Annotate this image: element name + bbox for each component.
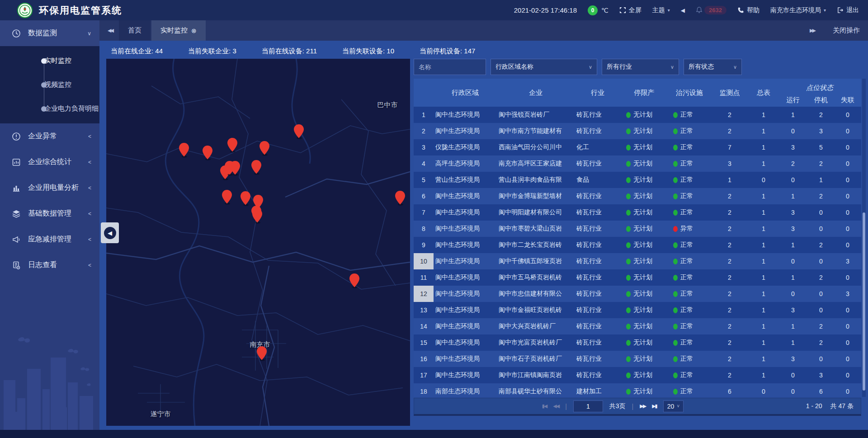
table-row[interactable]: 6阆中生态环境局阆中市金博瑞新型墙材砖瓦行业无计划正常21120 xyxy=(414,188,861,204)
map-pin-icon[interactable] xyxy=(240,191,251,206)
cell-region: 阆中生态环境局 xyxy=(434,127,497,135)
map-pin-icon[interactable] xyxy=(251,208,263,224)
speaker-icon[interactable]: ◀ xyxy=(681,7,685,14)
sidebar-item-logs[interactable]: 日志查看< xyxy=(0,252,99,278)
next-page-icon[interactable]: ▶▶ xyxy=(640,403,646,409)
region-filter-select[interactable]: 行政区域名称∨ xyxy=(491,59,597,75)
tab-首页[interactable]: 首页 xyxy=(119,20,151,41)
table-row[interactable]: 10阆中生态环境局阆中千佛镇五郎垭页岩砖瓦行业无计划正常21003 xyxy=(414,253,861,269)
row-index: 14 xyxy=(414,318,434,334)
row-index: 8 xyxy=(414,221,434,237)
table-row[interactable]: 8阆中生态环境局阆中市枣碧大梁山页岩砖瓦行业无计划异常21300 xyxy=(414,221,861,237)
tabs-scroll-right-icon[interactable]: ▶▶ xyxy=(810,28,815,33)
sidebar-subitem[interactable]: 视频监控 xyxy=(0,73,99,97)
last-page-icon[interactable]: ▶▮ xyxy=(652,403,657,409)
cell-monitor-points: 2 xyxy=(711,339,748,346)
map-pin-icon[interactable] xyxy=(226,137,238,153)
status-dot-icon xyxy=(673,307,678,313)
sidebar-item-base-data[interactable]: 基础数据管理< xyxy=(0,201,99,226)
table-row[interactable]: 1阆中生态环境局阆中强锐页岩砖厂砖瓦行业无计划正常21120 xyxy=(414,107,861,123)
map-pin-icon[interactable] xyxy=(256,346,268,361)
tab-实时监控[interactable]: 实时监控⊗ xyxy=(151,20,206,41)
sidebar-subitem[interactable]: 企业电力负荷明细 xyxy=(0,97,99,121)
cell-monitor-points: 2 xyxy=(711,258,748,265)
chevron-down-icon: ▾ xyxy=(668,8,670,13)
map-pin-icon[interactable] xyxy=(394,190,406,206)
cell-total-meter: 1 xyxy=(748,274,779,281)
sidebar-subitem[interactable]: 实时监控 xyxy=(0,49,99,73)
notifications[interactable]: 2632 xyxy=(696,6,726,14)
sidebar-item-data-monitor[interactable]: 数据监测∨ xyxy=(0,20,99,46)
prev-page-icon[interactable]: ◀◀ xyxy=(553,403,559,409)
first-page-icon[interactable]: ▮◀ xyxy=(542,403,547,409)
range-label: 1 - 20 xyxy=(806,402,822,410)
cell-monitor-points: 2 xyxy=(711,372,748,379)
logout-button[interactable]: 退出 xyxy=(837,6,859,14)
map-pin-icon[interactable] xyxy=(259,141,270,156)
map-pin-icon[interactable] xyxy=(229,160,241,176)
map-pin-icon[interactable] xyxy=(293,124,305,139)
page-size-select[interactable]: 20˅ xyxy=(663,400,684,412)
map-pin-icon[interactable] xyxy=(349,273,360,288)
tabs-scroll-left-icon[interactable]: ◀◀ xyxy=(108,28,113,33)
cell-total-meter: 1 xyxy=(748,160,779,167)
table-row[interactable]: 3仪陇生态环境局西南油气田分公司川中化工无计划正常71350 xyxy=(414,139,861,155)
cell-plan-status: 无计划 xyxy=(621,176,668,184)
sidebar-item-enterprise-stats[interactable]: 企业综合统计< xyxy=(0,149,99,175)
table-row[interactable]: 13阆中生态环境局阆中市金福旺页岩机砖砖瓦行业无计划正常21300 xyxy=(414,302,861,318)
map-pin-icon[interactable] xyxy=(178,142,190,158)
status-filter-select[interactable]: 所有状态∨ xyxy=(684,59,742,75)
cell-plan-status: 无计划 xyxy=(621,273,668,282)
table-row[interactable]: 14阆中生态环境局阆中大兴页岩机砖厂砖瓦行业无计划正常21120 xyxy=(414,318,861,334)
table-row[interactable]: 16阆中生态环境局阆中市石子页岩机砖厂砖瓦行业无计划正常21300 xyxy=(414,351,861,367)
table-row[interactable]: 15阆中生态环境局阆中市光富页岩机砖厂砖瓦行业无计划正常21120 xyxy=(414,334,861,351)
cell-plan-status: 无计划 xyxy=(621,208,668,217)
industry-filter-select[interactable]: 所有行业∨ xyxy=(602,59,679,75)
cell-monitor-points: 2 xyxy=(711,193,748,200)
table-scrollbar[interactable] xyxy=(862,79,866,397)
scrollbar-thumb[interactable] xyxy=(863,212,865,391)
org-user-dropdown[interactable]: 南充市生态环境局▾ xyxy=(770,6,826,14)
cell-plan-status: 无计划 xyxy=(621,306,668,314)
cell-offline: 0 xyxy=(835,241,860,249)
cell-plan-status: 无计划 xyxy=(621,257,668,265)
cell-facility-status: 正常 xyxy=(668,127,711,135)
cell-monitor-points: 2 xyxy=(711,306,748,314)
sidebar-item-enterprise-abnormal[interactable]: 企业异常< xyxy=(0,123,99,149)
table-row[interactable]: 18南部生态环境局南部县砚华土砂有限公建材加工无计划正常60060 xyxy=(414,383,861,397)
name-filter-field[interactable] xyxy=(414,59,486,75)
table-row[interactable]: 2阆中生态环境局阆中市南方节能建材有砖瓦行业无计划正常21030 xyxy=(414,123,861,139)
map-pin-icon[interactable] xyxy=(202,145,213,160)
table-row[interactable]: 5营山生态环境局营山县润丰肉食品有限食品无计划正常10010 xyxy=(414,172,861,188)
sidebar-item-emergency[interactable]: 应急减排管理< xyxy=(0,226,99,252)
sidebar-collapse-button[interactable]: ◀ xyxy=(101,222,119,243)
help-button[interactable]: 帮助 xyxy=(737,6,760,14)
map-pin-icon[interactable] xyxy=(221,189,233,205)
cell-running: 0 xyxy=(779,258,807,265)
chevron-left-icon: < xyxy=(88,133,91,140)
cell-total-meter: 1 xyxy=(748,258,779,265)
page-number-input[interactable] xyxy=(573,400,603,412)
close-operations-button[interactable]: 关闭操作 xyxy=(833,26,860,35)
map-pin-icon[interactable] xyxy=(250,160,262,175)
bullet-dot-icon xyxy=(41,106,47,112)
cell-running: 2 xyxy=(779,160,807,167)
cell-total-meter: 1 xyxy=(748,144,779,151)
map-panel[interactable]: 巴中市南充市遂宁市 ◀ xyxy=(106,59,410,426)
cell-company: 阆中市南方节能建材有 xyxy=(497,127,575,135)
cell-stopped: 2 xyxy=(807,111,835,118)
cell-facility-status: 正常 xyxy=(668,257,711,265)
tab-close-icon[interactable]: ⊗ xyxy=(191,27,197,34)
fullscreen-button[interactable]: 全屏 xyxy=(619,6,642,14)
table-row[interactable]: 11阆中生态环境局阆中市五马桥页岩机砖砖瓦行业无计划正常21120 xyxy=(414,269,861,286)
cell-offline: 0 xyxy=(835,339,860,346)
table-row[interactable]: 4高坪生态环境局南充市高坪区王家店建砖瓦行业无计划正常31220 xyxy=(414,155,861,172)
name-filter-input[interactable] xyxy=(419,63,481,71)
table-row[interactable]: 17阆中生态环境局阆中市江南镇阆南页岩砖瓦行业无计划正常21030 xyxy=(414,367,861,383)
theme-dropdown[interactable]: 主题▾ xyxy=(652,6,670,14)
table-row[interactable]: 7阆中生态环境局阆中明阳建材有限公司砖瓦行业无计划正常21300 xyxy=(414,204,861,221)
sidebar-item-power-analysis[interactable]: 企业用电量分析< xyxy=(0,175,99,201)
table-row[interactable]: 12阆中生态环境局阆中市忠信建材有限公砖瓦行业无计划正常21003 xyxy=(414,286,861,302)
table-row[interactable]: 9阆中生态环境局阆中市二龙长宝页岩砖砖瓦行业无计划正常21120 xyxy=(414,237,861,253)
stats-bar: 当前在线企业: 44当前失联企业: 3当前在线设备: 211当前失联设备: 10… xyxy=(106,43,861,59)
